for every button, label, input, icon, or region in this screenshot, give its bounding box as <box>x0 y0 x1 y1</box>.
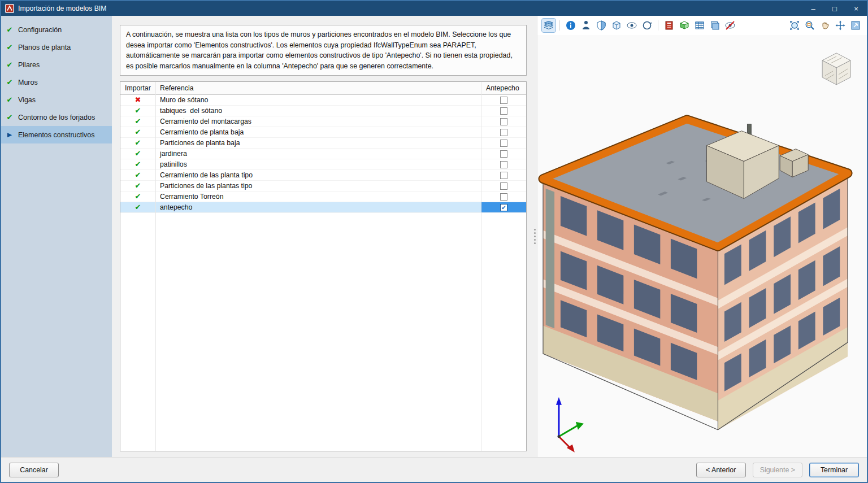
table-row[interactable]: ✔tabiques del sótano <box>120 105 526 116</box>
table-row[interactable]: ✔antepecho✔ <box>120 202 526 212</box>
wizard-step[interactable]: ✔Planos de planta <box>1 38 112 56</box>
antepecho-cell[interactable] <box>481 191 526 202</box>
import-cell[interactable]: ✔ <box>120 137 155 148</box>
reference-cell[interactable]: Particiones de las plantas tipo <box>155 180 481 191</box>
reference-cell[interactable]: antepecho <box>155 202 481 212</box>
import-cell[interactable]: ✔ <box>120 202 155 212</box>
import-cell[interactable]: ✔ <box>120 169 155 180</box>
table-row[interactable]: ✔Cerramiento Torreón <box>120 191 526 202</box>
wizard-step[interactable]: ✔Pilares <box>1 56 112 73</box>
red-book-icon[interactable] <box>662 19 676 32</box>
zoom-window-icon[interactable] <box>803 19 817 32</box>
fullscreen-icon[interactable] <box>849 19 862 32</box>
table-row[interactable]: ✔Particiones de las plantas tipo <box>120 180 526 191</box>
minimize-button[interactable]: – <box>802 1 824 16</box>
wizard-step[interactable]: ✔Muros <box>1 73 112 91</box>
antepecho-cell[interactable] <box>481 116 526 127</box>
splitter-handle[interactable] <box>532 16 537 457</box>
step-label: Muros <box>18 79 38 86</box>
close-button[interactable]: × <box>845 1 867 16</box>
antepecho-checkbox[interactable] <box>500 107 507 115</box>
antepecho-checkbox[interactable] <box>500 172 507 179</box>
antepecho-cell[interactable]: ✔ <box>481 202 526 212</box>
table-row[interactable]: ✔jardinera <box>120 148 526 159</box>
antepecho-checkbox[interactable] <box>500 193 507 201</box>
column-header-importar[interactable]: Importar <box>120 82 155 94</box>
import-check-icon: ✔ <box>135 203 141 211</box>
info-icon[interactable] <box>564 19 578 32</box>
wizard-step[interactable]: ✔Configuración <box>1 21 112 38</box>
column-divider <box>481 82 481 451</box>
import-cell[interactable]: ✔ <box>120 159 155 169</box>
antepecho-cell[interactable] <box>481 169 526 180</box>
table-row[interactable]: ✔Cerramiento de planta baja <box>120 127 526 137</box>
antepecho-checkbox[interactable] <box>500 182 507 190</box>
import-cell[interactable]: ✔ <box>120 116 155 127</box>
reference-cell[interactable]: jardinera <box>155 148 481 159</box>
antepecho-checkbox[interactable] <box>500 129 507 136</box>
green-sheet-icon[interactable] <box>678 19 691 32</box>
reference-cell[interactable]: Cerramiento Torreón <box>155 191 481 202</box>
wizard-step[interactable]: ▶Elementos constructivos <box>1 126 112 143</box>
antepecho-checkbox[interactable] <box>500 118 507 125</box>
table-row[interactable]: ✔Cerramiento del montacargas <box>120 116 526 127</box>
eye-off-icon[interactable] <box>723 19 737 32</box>
table-header-row: Importar Referencia Antepecho <box>120 82 526 94</box>
eye-icon[interactable] <box>625 19 639 32</box>
step-label: Elementos constructivos <box>18 131 94 139</box>
reference-cell[interactable]: Cerramiento de las planta tipo <box>155 169 481 180</box>
column-header-antepecho[interactable]: Antepecho <box>481 82 526 94</box>
table-row[interactable]: ✔Cerramiento de las planta tipo <box>120 169 526 180</box>
cancel-button[interactable]: Cancelar <box>9 463 59 477</box>
zoom-extents-icon[interactable] <box>788 19 801 32</box>
antepecho-cell[interactable] <box>481 148 526 159</box>
box-icon[interactable] <box>610 19 623 32</box>
reference-cell[interactable]: Cerramiento del montacargas <box>155 116 481 127</box>
pan-icon[interactable] <box>818 19 832 32</box>
antepecho-cell[interactable] <box>481 137 526 148</box>
walls-table-body: ✖Muro de sótano✔tabiques del sótano✔Cerr… <box>120 94 526 212</box>
table-row[interactable]: ✔Particiones de planta baja <box>120 137 526 148</box>
antepecho-cell[interactable] <box>481 94 526 105</box>
viewer-toolbar-right <box>788 19 862 32</box>
antepecho-cell[interactable] <box>481 105 526 116</box>
orbit-icon[interactable] <box>640 19 654 32</box>
column-header-referencia[interactable]: Referencia <box>155 82 481 94</box>
reference-cell[interactable]: Cerramiento de planta baja <box>155 127 481 137</box>
import-cell[interactable]: ✔ <box>120 148 155 159</box>
import-check-icon: ✔ <box>135 181 141 190</box>
3d-view[interactable] <box>537 35 867 457</box>
grid-icon[interactable] <box>693 19 706 32</box>
reference-cell[interactable]: Muro de sótano <box>155 94 481 105</box>
table-row[interactable]: ✖Muro de sótano <box>120 94 526 105</box>
table-row[interactable]: ✔patinillos <box>120 159 526 169</box>
viewer-panel <box>537 16 867 457</box>
antepecho-checkbox[interactable] <box>500 161 507 168</box>
view-cube[interactable] <box>822 53 850 85</box>
import-cell[interactable]: ✖ <box>120 94 155 105</box>
antepecho-cell[interactable] <box>481 127 526 137</box>
import-cell[interactable]: ✔ <box>120 127 155 137</box>
antepecho-checkbox[interactable] <box>500 140 507 147</box>
import-cell[interactable]: ✔ <box>120 105 155 116</box>
maximize-button[interactable]: □ <box>824 1 845 16</box>
import-cell[interactable]: ✔ <box>120 180 155 191</box>
wizard-step[interactable]: ✔Contorno de los forjados <box>1 108 112 126</box>
move-icon[interactable] <box>834 19 847 32</box>
antepecho-checkbox[interactable] <box>500 97 507 104</box>
reference-cell[interactable]: patinillos <box>155 159 481 169</box>
previous-button[interactable]: < Anterior <box>696 463 746 477</box>
reference-cell[interactable]: tabiques del sótano <box>155 105 481 116</box>
wizard-step[interactable]: ✔Vigas <box>1 91 112 108</box>
antepecho-checkbox[interactable]: ✔ <box>500 204 507 211</box>
antepecho-cell[interactable] <box>481 159 526 169</box>
stack-icon[interactable] <box>708 19 722 32</box>
layers-icon[interactable] <box>542 19 555 32</box>
shield-icon[interactable] <box>594 19 608 32</box>
finish-button[interactable]: Terminar <box>809 463 859 477</box>
antepecho-checkbox[interactable] <box>500 150 507 158</box>
reference-cell[interactable]: Particiones de planta baja <box>155 137 481 148</box>
antepecho-cell[interactable] <box>481 180 526 191</box>
person-icon[interactable] <box>579 19 593 32</box>
import-cell[interactable]: ✔ <box>120 191 155 202</box>
